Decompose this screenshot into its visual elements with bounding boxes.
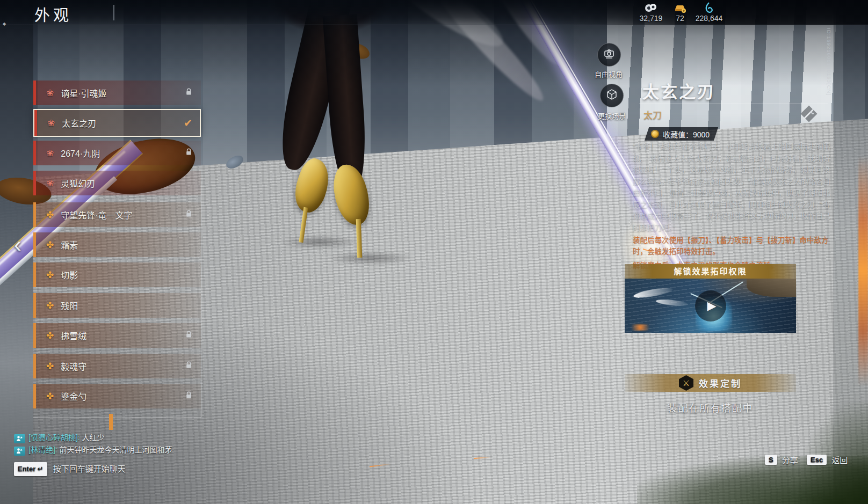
- skin-name: 2674·九阴: [61, 147, 100, 159]
- red-quality-icon: ❀: [46, 179, 54, 188]
- camera-icon: [603, 48, 615, 61]
- quality-stripe: [33, 81, 36, 105]
- play-button[interactable]: ▶: [695, 290, 726, 322]
- skin-name: 切影: [61, 268, 78, 281]
- effect-customize-button[interactable]: ⚔ 效果定制: [625, 374, 796, 392]
- skin-item[interactable]: ❀ 谪星·引魂姬: [33, 81, 201, 105]
- skin-item[interactable]: ❀ 灵狐幻刃: [33, 171, 201, 195]
- back-button[interactable]: Esc 返回: [807, 454, 848, 465]
- skin-item-selected[interactable]: ❀ 太玄之刃 ✔: [33, 109, 201, 137]
- gold-quality-icon: ✤: [46, 392, 54, 401]
- equipped-check-icon: ✔: [184, 117, 192, 129]
- right-orange-glow: [858, 156, 868, 386]
- red-quality-icon: ❀: [47, 119, 55, 128]
- title-underline: [639, 104, 828, 104]
- skin-name: 拂雪绒: [61, 329, 86, 342]
- quality-stripe: [33, 354, 36, 378]
- sword-hexagon-icon: ⚔: [679, 375, 693, 391]
- red-quality-icon: ❀: [46, 89, 54, 98]
- page-title: 外观: [34, 3, 72, 25]
- quality-stripe: [33, 141, 36, 165]
- effect-customize-label: 效果定制: [699, 376, 742, 390]
- chat-channel-icon: [14, 434, 25, 443]
- gold-quality-icon: ✤: [46, 301, 54, 310]
- chat-panel[interactable]: [愤懑心碎胡桃]: 大红少 [林清绝]: 前天钟昨天龙今天清明上河图和茅 Ent…: [14, 432, 175, 476]
- esc-keycap: Esc: [807, 455, 827, 465]
- lock-icon: [185, 391, 192, 401]
- bottom-right-foliage: [798, 402, 868, 504]
- quality-stripe: [33, 262, 36, 287]
- quality-stripe: [33, 323, 36, 348]
- skin-item[interactable]: ✤ 残阳: [33, 293, 201, 318]
- chat-message-text: 大红少: [82, 433, 105, 442]
- free-camera-button[interactable]: [597, 43, 621, 67]
- video-panel-header: 解锁效果拓印权限: [625, 264, 796, 279]
- chat-input-hint[interactable]: Enter ↵ 按下回车键开始聊天: [14, 462, 175, 476]
- play-icon: ▶: [705, 299, 717, 313]
- enter-hint-text: 按下回车键开始聊天: [53, 463, 126, 475]
- skin-name: 太玄之刃: [62, 116, 96, 129]
- top-bar: 外观 ◆ 32,719 72: [0, 0, 868, 25]
- title-divider: [113, 5, 114, 20]
- lock-icon: [185, 210, 192, 220]
- change-scene-label: 更换场景: [577, 111, 647, 121]
- separator-diamond-icon: ◆: [3, 21, 6, 26]
- gold-quality-icon: ✤: [46, 331, 54, 340]
- gold-quality-icon: ✤: [46, 271, 54, 280]
- appearance-screen: 外观 ◆ 32,719 72: [0, 0, 868, 504]
- sidebar-right-border: [201, 181, 201, 418]
- lock-icon: [185, 148, 192, 158]
- player-session-id: ID:16921600100163[CN]: [826, 28, 832, 96]
- jade-icon: [689, 2, 729, 13]
- collection-value-badge: 收藏值：9000: [645, 127, 718, 141]
- chat-message: [林清绝]: 前天钟昨天龙今天清明上河图和茅: [14, 444, 175, 456]
- skin-name: 谪星·引魂姬: [61, 86, 106, 99]
- skin-name: 灵狐幻刃: [61, 177, 95, 189]
- cube-icon: [606, 89, 618, 103]
- share-label: 分享: [782, 454, 798, 465]
- skin-item[interactable]: ✤ 鎏金勺: [33, 384, 201, 408]
- effect-description-1: 装配后每次使用【振刀】、【蓄力攻击】与【拔刀斩】命中敌方时，会触发拓印特效打击。: [633, 235, 830, 257]
- quality-stripe: [33, 384, 36, 408]
- chat-scrollbar[interactable]: [109, 414, 113, 430]
- chat-channel-icon: [14, 447, 25, 456]
- effect-video-thumbnail[interactable]: ▶: [625, 279, 796, 333]
- skin-name: 守望先锋·竜一文字: [61, 208, 132, 221]
- quality-stripe: [33, 232, 36, 257]
- ember-glow: [628, 324, 653, 331]
- gold-quality-icon: ✤: [46, 210, 54, 220]
- quality-stripe: [33, 202, 36, 227]
- skin-item[interactable]: ✤ 拂雪绒: [33, 323, 201, 348]
- collection-value-text: 收藏值：9000: [663, 129, 710, 140]
- change-scene-button[interactable]: [600, 84, 624, 107]
- katana-mini-icon: [801, 106, 816, 123]
- equip-status-text: 装配在所有搭配中: [625, 400, 796, 414]
- chat-message-text: 前天钟昨天龙今天清明上河图和茅: [60, 445, 172, 454]
- skin-item[interactable]: ✤ 霜素: [33, 232, 201, 257]
- enter-keycap: Enter ↵: [14, 462, 47, 476]
- chat-message: [愤懑心碎胡桃]: 大红少: [14, 432, 175, 443]
- weapon-type-label: 太刀: [643, 108, 662, 121]
- currency-value: 228,644: [689, 14, 729, 23]
- skin-item[interactable]: ✤ 守望先锋·竜一文字: [33, 202, 201, 227]
- skin-lore-text: “爷爷！”胡桃坐在爷爷肩头，小手轻点绣着上韶国家历史的锦缎。“将有这人人会太玄刀…: [633, 141, 830, 233]
- lock-icon: [185, 361, 192, 371]
- chat-sender-name: [林清绝]:: [28, 445, 57, 454]
- weapon-skin-title: 太玄之刃: [642, 78, 715, 103]
- gold-coin-icon: [651, 130, 659, 138]
- sidebar-collapse-arrow-icon[interactable]: ‹: [14, 234, 21, 255]
- skin-item[interactable]: ✤ 毅魂守: [33, 354, 201, 378]
- shoe-shadow: [279, 235, 360, 249]
- share-keycap: S: [765, 455, 777, 465]
- skin-name: 残阳: [61, 299, 78, 312]
- quality-stripe: [33, 293, 36, 318]
- shoe-shadow: [328, 251, 414, 265]
- skin-item[interactable]: ✤ 切影: [33, 262, 201, 287]
- quality-stripe: [33, 171, 36, 195]
- free-camera-label: 自由视角: [574, 69, 643, 79]
- skin-item[interactable]: ❀ 2674·九阴: [33, 141, 201, 165]
- currency-jade[interactable]: 228,644: [689, 2, 729, 23]
- share-button[interactable]: S 分享: [765, 454, 798, 465]
- quality-stripe: [34, 110, 37, 136]
- lock-icon: [185, 88, 192, 98]
